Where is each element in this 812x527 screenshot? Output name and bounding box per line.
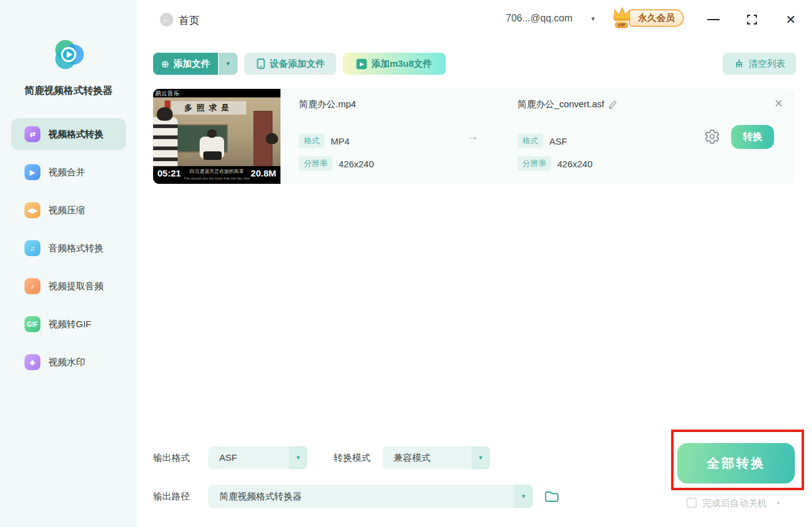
thumbnail-top-bar: 易云音乐	[153, 89, 280, 97]
convert-mode-label: 转换模式	[334, 452, 370, 464]
vip-chip: VIP	[614, 21, 629, 29]
convert-all-label: 全部转换	[707, 455, 765, 472]
auto-shutdown-label[interactable]: 完成后自动关机	[702, 498, 767, 509]
format-badge: 格式	[299, 134, 325, 148]
open-folder-icon[interactable]	[544, 488, 560, 504]
add-m3u8-button[interactable]: ▶ 添加m3u8文件	[343, 53, 446, 75]
person-center-head-shape	[207, 129, 217, 138]
video-file-icon: ▶	[356, 59, 367, 69]
chevron-down-icon: ▼	[289, 446, 307, 469]
output-path-label: 输出路径	[153, 491, 190, 502]
account-email[interactable]: 706...@qq.com	[506, 13, 573, 24]
sidebar-item-extract-audio[interactable]: ♪ 视频提取音频	[0, 267, 137, 305]
convert-button-label: 转换	[743, 131, 762, 143]
resolution-badge: 分辨率	[299, 156, 333, 171]
target-format-row: 格式 ASF	[517, 134, 567, 148]
resolution-badge: 分辨率	[517, 156, 551, 171]
person-left-shape	[153, 117, 178, 167]
clear-list-button[interactable]: 清空列表	[723, 53, 796, 75]
video-to-gif-icon: GIF	[24, 316, 40, 332]
source-resolution-value: 426x240	[339, 159, 374, 169]
sidebar-item-label: 视频压缩	[48, 205, 85, 216]
thumbnail-bottom-bar: 白云是蓝天正在放的风筝 The clouds are the kites tha…	[153, 166, 280, 184]
sidebar-item-video-compress[interactable]: ◀▶ 视频压缩	[0, 191, 137, 229]
source-resolution-row: 分辨率 426x240	[299, 156, 374, 171]
source-filename: 简鹿办公.mp4	[299, 99, 356, 110]
audio-convert-icon: ♫	[24, 240, 40, 256]
clear-list-label: 清空列表	[749, 58, 786, 70]
video-merge-icon: ▶	[24, 164, 40, 180]
minimize-button[interactable]	[707, 19, 720, 20]
sidebar-item-video-watermark[interactable]: ◈ 视频水印	[0, 343, 137, 381]
add-file-button[interactable]: ⊕ 添加文件	[153, 53, 218, 75]
account-dropdown-icon[interactable]: ▼	[590, 16, 596, 22]
app-window: 简鹿视频格式转换器 ⇄ 视频格式转换 ▶ 视频合并 ◀▶ 视频压缩 ♫ 音频格式…	[0, 0, 812, 527]
close-button[interactable]: ✕	[786, 12, 796, 27]
auto-shutdown-checkbox[interactable]	[686, 498, 697, 508]
video-thumbnail[interactable]: 多照求是 易云音乐 白云是蓝天正在放的风筝 The clouds are the…	[153, 89, 280, 184]
convert-button[interactable]: 转换	[731, 125, 774, 149]
sidebar-item-label: 音频格式转换	[48, 243, 103, 254]
sidebar-item-label: 视频格式转换	[48, 129, 103, 140]
phone-icon	[256, 58, 266, 69]
convert-mode-value: 兼容模式	[394, 446, 430, 469]
output-format-value: ASF	[219, 446, 237, 469]
extract-audio-icon: ♪	[24, 278, 40, 294]
video-file-size: 20.8M	[250, 168, 276, 178]
device-add-label: 设备添加文件	[270, 58, 325, 70]
output-format-label: 输出格式	[153, 452, 190, 464]
person-left-head-shape	[157, 107, 173, 121]
target-format-value: ASF	[549, 136, 567, 146]
app-logo-icon	[51, 37, 86, 72]
settings-gear-icon[interactable]	[704, 129, 720, 145]
file-row: 多照求是 易云音乐 白云是蓝天正在放的风筝 The clouds are the…	[153, 89, 795, 184]
device-add-file-button[interactable]: 设备添加文件	[244, 53, 336, 75]
sidebar-item-label: 视频转GIF	[48, 319, 91, 330]
target-filename-row: 简鹿办公_convert.asf	[517, 99, 617, 110]
app-title: 简鹿视频格式转换器	[0, 85, 137, 97]
add-file-dropdown-button[interactable]: ▼	[219, 53, 238, 75]
chevron-down-icon[interactable]: ▼	[776, 501, 781, 506]
page-title: 首页	[179, 13, 200, 28]
target-resolution-value: 426x240	[557, 159, 593, 169]
video-duration: 05:21	[157, 168, 181, 178]
format-convert-icon: ⇄	[24, 126, 40, 142]
sidebar-item-label: 视频水印	[48, 357, 85, 368]
vip-label: 永久会员	[638, 12, 675, 24]
sidebar-item-video-format-convert[interactable]: ⇄ 视频格式转换	[0, 115, 137, 153]
convert-all-button[interactable]: 全部转换	[677, 443, 795, 483]
plus-icon: ⊕	[161, 58, 169, 70]
chevron-down-icon: ▼	[225, 61, 231, 67]
sidebar-item-label: 视频合并	[48, 167, 85, 178]
arrow-right-icon: →	[467, 129, 479, 143]
sidebar-item-label: 视频提取音频	[48, 281, 103, 292]
sidebar-item-audio-format-convert[interactable]: ♫ 音频格式转换	[0, 229, 137, 267]
remove-file-button[interactable]: ✕	[774, 97, 783, 110]
output-format-select[interactable]: ASF ▼	[208, 446, 307, 469]
thumbnail-banner-text: 多照求是	[171, 101, 246, 115]
sidebar: 简鹿视频格式转换器 ⇄ 视频格式转换 ▶ 视频合并 ◀▶ 视频压缩 ♫ 音频格式…	[0, 0, 137, 527]
chevron-down-icon: ▼	[514, 485, 533, 508]
maximize-button[interactable]	[746, 14, 757, 25]
person-right-head-shape	[266, 133, 278, 144]
output-path-value: 简鹿视频格式转换器	[219, 485, 302, 508]
back-button[interactable]: ←	[160, 13, 173, 26]
video-watermark-icon: ◈	[24, 354, 40, 370]
back-arrow-icon: ←	[162, 14, 171, 24]
person-center-lap-shape	[203, 151, 222, 160]
output-path-select[interactable]: 简鹿视频格式转换器 ▼	[208, 485, 533, 508]
convert-mode-select[interactable]: 兼容模式 ▼	[383, 446, 490, 469]
edit-pencil-icon[interactable]	[608, 100, 617, 109]
format-badge: 格式	[517, 134, 543, 148]
video-compress-icon: ◀▶	[24, 202, 40, 218]
source-format-row: 格式 MP4	[299, 134, 350, 148]
source-format-value: MP4	[331, 136, 350, 146]
target-filename: 简鹿办公_convert.asf	[517, 99, 604, 110]
vip-badge[interactable]: 永久会员	[629, 9, 684, 27]
thumbnail-watermark: 易云音乐	[155, 89, 179, 98]
close-icon: ✕	[774, 97, 783, 110]
add-m3u8-label: 添加m3u8文件	[371, 58, 432, 70]
sidebar-item-video-to-gif[interactable]: GIF 视频转GIF	[0, 305, 137, 343]
sidebar-item-video-merge[interactable]: ▶ 视频合并	[0, 153, 137, 191]
target-resolution-row: 分辨率 426x240	[517, 156, 593, 171]
